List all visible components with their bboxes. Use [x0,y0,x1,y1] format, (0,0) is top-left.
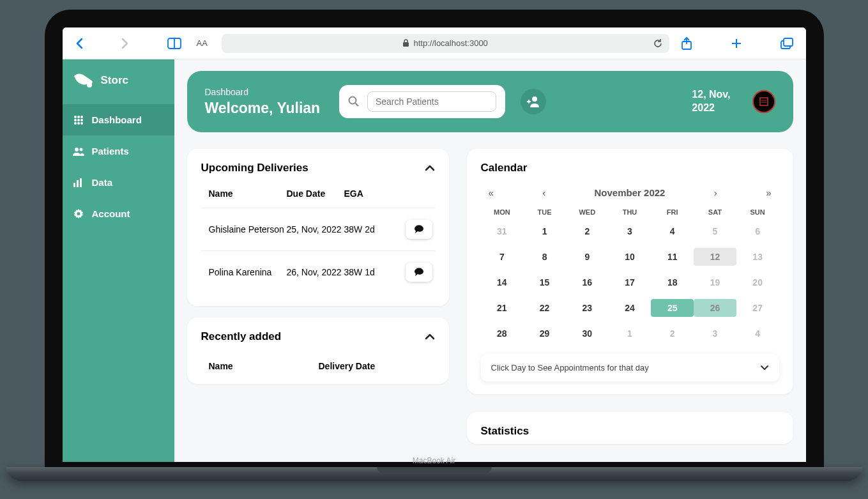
svg-point-26 [532,96,537,102]
new-tab-icon[interactable] [731,38,742,49]
calendar-day[interactable]: 11 [651,248,694,266]
calendar-day[interactable]: 25 [651,299,694,317]
calendar-day[interactable]: 22 [523,299,566,317]
refresh-icon[interactable] [653,38,663,49]
chevron-down-icon [760,365,769,371]
calendar-day[interactable]: 31 [481,222,524,240]
recently-added-card: Recently added Name Delivery Date [187,318,449,384]
calendar-day[interactable]: 3 [609,222,651,240]
calendar-nav: « ‹ November 2022 › » [481,182,779,208]
collapse-icon[interactable] [425,334,435,340]
url-bar[interactable]: http://localhost:3000 [222,34,669,53]
calendar-day[interactable]: 13 [736,248,779,266]
avatar[interactable] [752,90,775,113]
main-content: Dashboard Welcome, Yulian [174,59,806,462]
calendar-day[interactable]: 20 [736,273,779,291]
calendar-day[interactable]: 27 [736,299,779,317]
browser-forward-button[interactable] [121,38,129,49]
browser-toolbar: AA http://localhost:3000 [63,27,806,59]
sidebar-item-label: Dashboard [92,114,142,125]
calendar-card: Calendar « ‹ November 2022 › » MONTUEWED… [467,149,793,394]
calendar-day[interactable]: 8 [523,248,566,266]
sidebar-item-data[interactable]: Data [63,167,174,198]
calendar-day[interactable]: 10 [609,248,651,266]
tabs-icon[interactable] [780,38,793,49]
cal-next-year[interactable]: » [766,187,771,198]
calendar-day[interactable]: 6 [736,222,779,240]
calendar-day[interactable]: 19 [694,273,736,291]
sidebar: Storc Dashboard Patients [63,59,174,462]
header-section-label: Dashboard [205,87,328,97]
chat-icon [414,225,424,234]
calendar-day[interactable]: 12 [694,248,736,266]
svg-point-14 [80,119,83,121]
search-input[interactable] [367,91,496,112]
calendar-day[interactable]: 16 [566,273,609,291]
svg-point-17 [80,122,83,125]
calendar-day[interactable]: 23 [566,299,609,317]
people-icon [73,147,84,156]
calendar-day[interactable]: 7 [481,248,524,266]
add-patient-button[interactable] [521,89,546,114]
brand-logo: Storc [63,59,174,104]
calendar-day[interactable]: 17 [609,273,651,291]
calendar-day[interactable]: 26 [694,299,736,317]
calendar-day[interactable]: 3 [694,325,736,342]
calendar-day[interactable]: 5 [694,222,736,240]
calendar-day[interactable]: 15 [523,273,566,291]
svg-rect-22 [80,178,82,187]
calendar-day[interactable]: 4 [736,325,779,342]
chat-button[interactable] [406,220,432,239]
header-welcome: Welcome, Yulian [205,100,328,117]
calendar-day[interactable]: 1 [609,325,651,342]
svg-rect-7 [784,38,793,46]
calendar-day[interactable]: 14 [481,273,524,291]
svg-rect-2 [403,42,409,47]
browser-back-button[interactable] [75,38,83,49]
collapse-icon[interactable] [425,165,435,171]
chat-button[interactable] [406,263,432,282]
calendar-day[interactable]: 18 [651,273,694,291]
laptop-frame: AA http://localhost:3000 [45,10,824,481]
svg-line-25 [355,104,358,107]
sidebar-item-patients[interactable]: Patients [63,135,174,167]
share-icon[interactable] [681,37,692,50]
lock-icon [402,39,409,47]
text-size-button[interactable]: AA [193,38,211,48]
svg-point-24 [349,97,356,104]
sidebar-item-dashboard[interactable]: Dashboard [63,104,174,135]
svg-point-9 [74,116,77,118]
header-date: 12, Nov, 2022 [692,88,730,115]
svg-rect-29 [760,98,768,105]
svg-rect-21 [77,180,79,187]
cal-prev-year[interactable]: « [489,187,494,198]
calendar-day[interactable]: 29 [523,325,566,342]
recent-title: Recently added [201,330,282,343]
recent-table-header: Name Delivery Date [201,352,435,371]
cal-prev-month[interactable]: ‹ [542,187,545,198]
upcoming-table-header: Name Due Date EGA [201,183,435,208]
header-banner: Dashboard Welcome, Yulian [187,71,793,132]
url-text: http://localhost:3000 [413,38,487,48]
chart-icon [73,178,84,187]
svg-point-18 [75,148,79,151]
calendar-day[interactable]: 4 [651,222,694,240]
bookmarks-icon[interactable] [167,38,181,49]
calendar-day[interactable]: 2 [651,325,694,342]
calendar-day[interactable]: 24 [609,299,651,317]
calendar-day[interactable]: 30 [566,325,609,342]
calendar-dow-row: MONTUEWEDTHUFRISATSUN [481,208,779,222]
sidebar-item-account[interactable]: Account [63,198,174,229]
calendar-day[interactable]: 28 [481,325,524,342]
calendar-month-label: November 2022 [595,187,666,198]
calendar-day[interactable]: 2 [566,222,609,240]
calendar-dow: SAT [694,208,736,216]
svg-point-16 [77,122,80,125]
calendar-day[interactable]: 9 [566,248,609,266]
calendar-day[interactable]: 21 [481,299,524,317]
calendar-day[interactable]: 1 [523,222,566,240]
cal-next-month[interactable]: › [714,187,717,198]
calendar-dow: TUE [523,208,566,216]
calendar-hint[interactable]: Click Day to See Appointments for that d… [481,354,779,381]
patient-name: Ghislaine Peterson [204,224,287,234]
